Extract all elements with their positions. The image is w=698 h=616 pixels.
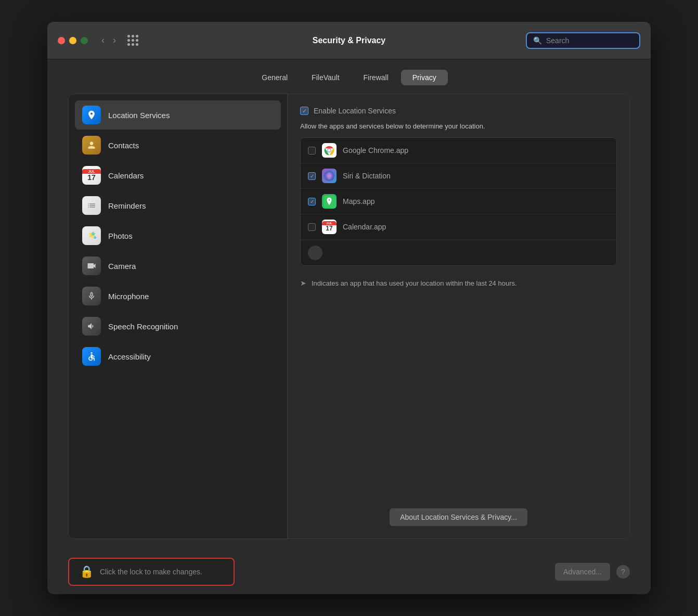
enable-location-label: Enable Location Services [314, 107, 396, 115]
app-name-maps: Maps.app [343, 197, 374, 206]
nav-buttons: ‹ › [98, 34, 119, 47]
maximize-button[interactable] [81, 37, 88, 44]
sidebar-label-microphone: Microphone [108, 292, 149, 301]
window-title: Security & Privacy [313, 36, 386, 45]
svg-point-5 [327, 173, 331, 179]
panel: Location Services Contacts JUL 17 [68, 94, 630, 539]
enable-desc: Allow the apps and services below to det… [300, 122, 617, 130]
enable-row: ✓ Enable Location Services [300, 107, 617, 115]
maps-checkbox[interactable]: ✓ [308, 198, 316, 206]
sidebar-item-photos[interactable]: Photos [75, 221, 281, 250]
sidebar-label-location: Location Services [108, 111, 170, 120]
sidebar-item-calendars[interactable]: JUL 17 Calendars [75, 161, 281, 190]
right-panel: ✓ Enable Location Services Allow the app… [287, 94, 629, 538]
lock-icon: 🔒 [80, 565, 94, 579]
sidebar-label-camera: Camera [108, 262, 136, 271]
siri-checkbox[interactable]: ✓ [308, 172, 316, 180]
sidebar-item-microphone[interactable]: Microphone [75, 281, 281, 311]
sidebar-label-speech: Speech Recognition [108, 322, 178, 331]
microphone-icon [82, 287, 101, 305]
grid-button[interactable] [125, 33, 140, 48]
app-name-chrome: Google Chrome.app [343, 146, 408, 155]
tabs-row: General FileVault Firewall Privacy [47, 59, 651, 94]
sidebar-label-accessibility: Accessibility [108, 352, 151, 361]
camera-icon [82, 256, 101, 275]
svg-point-1 [91, 352, 92, 354]
location-arrow-icon: ➤ [300, 279, 306, 287]
grid-icon [127, 35, 138, 46]
accessibility-icon [82, 347, 101, 366]
search-box[interactable]: 🔍 [526, 32, 640, 49]
app-row-siri[interactable]: ✓ [301, 163, 616, 189]
sidebar-item-location[interactable]: Location Services [75, 100, 281, 130]
tab-general[interactable]: General [250, 70, 299, 85]
sidebar: Location Services Contacts JUL 17 [69, 94, 287, 538]
chrome-app-icon [322, 143, 337, 158]
close-button[interactable] [58, 37, 65, 44]
app-row-calendar[interactable]: JUL 17 Calendar.app [301, 214, 616, 240]
cal-app-icon: JUL 17 [322, 220, 337, 234]
search-icon: 🔍 [533, 36, 542, 45]
partial-row [301, 240, 616, 265]
enable-location-checkbox[interactable]: ✓ [300, 107, 308, 115]
contacts-icon [82, 136, 101, 155]
app-list: Google Chrome.app ✓ [300, 137, 617, 266]
sidebar-item-speech[interactable]: Speech Recognition [75, 312, 281, 341]
titlebar: ‹ › Security & Privacy 🔍 [47, 22, 651, 59]
about-location-button[interactable]: About Location Services & Privacy... [390, 508, 527, 526]
traffic-lights [58, 37, 88, 44]
location-icon [82, 106, 101, 124]
speech-icon [82, 317, 101, 336]
help-button[interactable]: ? [616, 565, 630, 579]
bottom-bar: 🔒 Click the lock to make changes. Advanc… [47, 549, 651, 594]
back-button[interactable]: ‹ [98, 34, 108, 47]
tab-filevault[interactable]: FileVault [300, 70, 351, 85]
sidebar-item-camera[interactable]: Camera [75, 251, 281, 280]
photos-icon [82, 226, 101, 245]
tab-privacy[interactable]: Privacy [401, 70, 448, 85]
sidebar-label-contacts: Contacts [108, 141, 139, 150]
lock-text: Click the lock to make changes. [100, 568, 202, 576]
app-row-chrome[interactable]: Google Chrome.app [301, 138, 616, 163]
main-window: ‹ › Security & Privacy 🔍 General FileVau… [47, 22, 651, 594]
tab-firewall[interactable]: Firewall [352, 70, 400, 85]
calendars-icon: JUL 17 [82, 166, 101, 185]
calendar-checkbox[interactable] [308, 223, 316, 231]
sidebar-label-photos: Photos [108, 232, 133, 240]
main-content: Location Services Contacts JUL 17 [47, 94, 651, 549]
siri-app-icon [322, 169, 337, 183]
sidebar-item-reminders[interactable]: Reminders [75, 191, 281, 220]
chrome-checkbox[interactable] [308, 147, 316, 155]
app-name-calendar: Calendar.app [343, 223, 386, 231]
forward-button[interactable]: › [110, 34, 119, 47]
search-input[interactable] [546, 36, 629, 45]
svg-point-3 [328, 149, 331, 152]
reminders-icon [82, 196, 101, 215]
advanced-button[interactable]: Advanced... [555, 563, 610, 581]
location-note-text: Indicates an app that has used your loca… [312, 278, 517, 289]
sidebar-item-accessibility[interactable]: Accessibility [75, 342, 281, 371]
location-note: ➤ Indicates an app that has used your lo… [300, 273, 617, 294]
maps-app-icon [322, 194, 337, 209]
app-name-siri: Siri & Dictation [343, 172, 391, 180]
minimize-button[interactable] [69, 37, 76, 44]
sidebar-item-contacts[interactable]: Contacts [75, 131, 281, 160]
bottom-right: Advanced... ? [555, 563, 630, 581]
app-row-maps[interactable]: ✓ Maps.app [301, 189, 616, 214]
lock-section[interactable]: 🔒 Click the lock to make changes. [68, 558, 235, 586]
partial-circle [308, 246, 322, 260]
sidebar-label-calendars: Calendars [108, 171, 144, 180]
sidebar-label-reminders: Reminders [108, 201, 146, 210]
